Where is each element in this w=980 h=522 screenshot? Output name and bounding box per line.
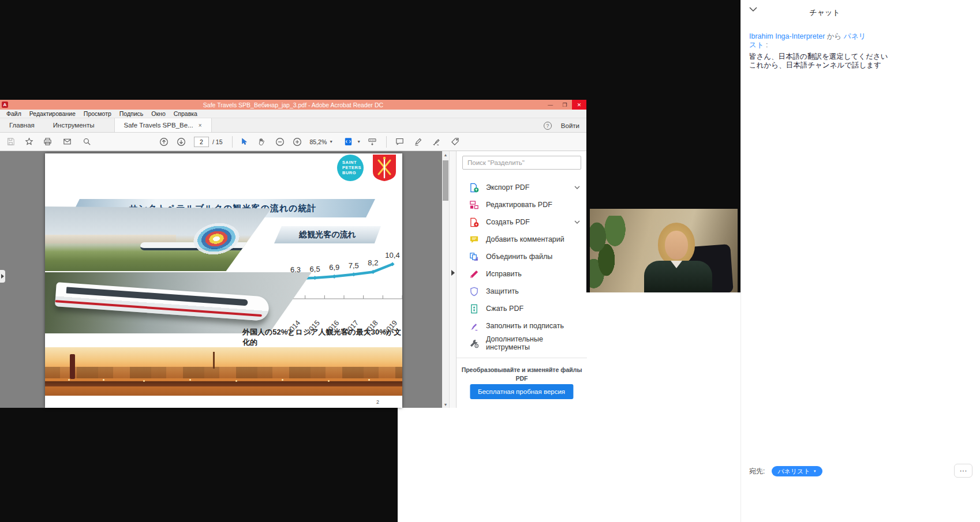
tab-home[interactable]: Главная	[0, 118, 44, 132]
compress-pdf-icon	[469, 304, 479, 314]
acrobat-titlebar[interactable]: A Safe Travels SPB_Вебинар_jap_3.pdf - A…	[0, 100, 586, 110]
find-button[interactable]	[80, 135, 93, 149]
page-number-input[interactable]	[194, 137, 209, 147]
tab-close-icon[interactable]: ×	[199, 122, 202, 129]
cursor-icon	[240, 137, 249, 147]
train-body	[55, 282, 270, 321]
next-page-button[interactable]	[174, 135, 188, 149]
toolbar: / 15 85,2% ▼ ▼	[0, 133, 586, 151]
search-icon	[82, 137, 92, 147]
menu-file[interactable]: Файл	[2, 110, 25, 117]
panel-item-add-comment[interactable]: Добавить комментарий	[457, 231, 587, 248]
ship-art-swirl	[178, 210, 255, 268]
pdf-page[interactable]: SAINTPETERSBURG サンクトペテルブルクの観光客の流れの統計 総観光…	[45, 153, 402, 408]
hand-tool-button[interactable]	[255, 135, 268, 149]
chat-more-button[interactable]: ···	[954, 464, 972, 478]
panel-collapse-strip[interactable]	[449, 151, 456, 408]
add-comment-icon	[469, 235, 479, 245]
desktop-background-bottom	[0, 408, 398, 522]
panel-item-fix[interactable]: Исправить	[457, 265, 587, 283]
sign-in-button[interactable]: Войти	[561, 122, 579, 129]
panel-item-more-tools[interactable]: Дополнительные инструменты	[457, 335, 587, 352]
collapse-panel-arrow-icon[interactable]	[451, 270, 455, 276]
menu-sign[interactable]: Подпись	[115, 110, 148, 117]
zoom-caret-icon[interactable]: ▼	[329, 140, 333, 144]
print-button[interactable]	[40, 135, 54, 149]
menu-edit[interactable]: Редактирование	[25, 110, 80, 117]
panel-item-protect[interactable]: Защитить	[457, 283, 587, 300]
saint-petersburg-logo: SAINTPETERSBURG	[337, 155, 364, 181]
protect-icon	[469, 287, 479, 296]
panel-item-compress-pdf[interactable]: Сжать PDF	[457, 300, 587, 317]
svg-text:6,5: 6,5	[310, 265, 320, 273]
combine-files-icon	[469, 252, 479, 262]
fill-sign-icon	[469, 321, 479, 331]
more-tools-icon	[469, 339, 479, 348]
minus-circle-icon	[275, 137, 285, 147]
print-icon	[43, 137, 53, 147]
scroll-up-icon[interactable]: ▲	[442, 151, 449, 158]
zoom-in-button[interactable]	[290, 135, 304, 149]
skyline-silhouette	[45, 367, 402, 378]
select-tool-button[interactable]	[237, 135, 251, 149]
previous-page-button[interactable]	[157, 135, 171, 149]
tools-search-input[interactable]	[462, 156, 581, 170]
panel-item-export-pdf[interactable]: Экспорт PDF	[457, 179, 587, 196]
comment-tool-button[interactable]	[392, 135, 406, 149]
maximize-button[interactable]: ❐	[558, 100, 572, 110]
fit-page-button[interactable]	[341, 135, 355, 149]
chevron-down-icon[interactable]	[574, 220, 580, 224]
free-trial-button[interactable]: Бесплатная пробная версия	[470, 384, 573, 399]
highlight-tool-button[interactable]	[411, 135, 425, 149]
speaker-face	[665, 231, 688, 260]
bridge	[45, 381, 402, 386]
zoom-out-button[interactable]	[273, 135, 287, 149]
chat-panel: チャット Ibrahim Inga-Interpreter から パネリ スト …	[740, 0, 980, 522]
stamp-tool-button[interactable]	[448, 135, 462, 149]
hand-icon	[256, 137, 266, 147]
tab-document-label: Safe Travels SPB_Be...	[124, 122, 193, 129]
scrolling-mode-icon	[367, 137, 377, 147]
svg-text:8,2: 8,2	[368, 258, 378, 267]
close-button[interactable]: ✕	[572, 100, 586, 110]
email-button[interactable]	[60, 135, 74, 149]
fit-page-caret-icon[interactable]: ▼	[357, 140, 361, 144]
plus-circle-icon	[292, 137, 302, 147]
city-crest-logo	[372, 153, 397, 182]
scrolling-mode-button[interactable]	[365, 135, 379, 149]
help-icon[interactable]: ?	[544, 122, 552, 130]
fix-icon	[469, 269, 479, 279]
panel-item-edit-pdf[interactable]: Редактировать PDF	[457, 196, 587, 213]
city-panorama-photo	[45, 347, 402, 396]
left-nav-tab[interactable]	[0, 270, 5, 283]
desktop-background-top	[0, 0, 740, 100]
zoom-level-value[interactable]: 85,2%	[310, 138, 327, 145]
panel-item-create-pdf[interactable]: Создать PDF	[457, 213, 587, 231]
panel-item-fill-sign[interactable]: Заполнить и подписать	[457, 317, 587, 335]
scrollbar-thumb[interactable]	[443, 160, 448, 201]
save-button[interactable]	[3, 135, 17, 149]
expand-nav-arrow-icon[interactable]	[1, 274, 4, 279]
chat-recipient-selector[interactable]: パネリスト▼	[772, 466, 822, 476]
menu-help[interactable]: Справка	[170, 110, 201, 117]
scroll-down-icon[interactable]: ▼	[442, 401, 449, 408]
pdf-page-number: 2	[376, 399, 379, 405]
star-button[interactable]	[22, 135, 36, 149]
chat-message-header: Ibrahim Inga-Interpreter から パネリ	[749, 32, 899, 41]
save-icon	[6, 137, 16, 147]
minimize-button[interactable]: —	[543, 100, 558, 110]
envelope-icon	[62, 137, 72, 147]
vertical-scrollbar[interactable]: ▲ ▼	[442, 151, 449, 408]
tab-tools[interactable]: Инструменты	[44, 118, 104, 132]
menu-window[interactable]: Окно	[147, 110, 169, 117]
chat-sender[interactable]: Ibrahim Inga-Interpreter	[749, 32, 825, 40]
chevron-down-icon[interactable]	[574, 186, 580, 190]
desktop: A Safe Travels SPB_Вебинар_jap_3.pdf - A…	[0, 0, 980, 522]
webcam-video[interactable]	[590, 209, 738, 292]
panel-item-combine-files[interactable]: Объединить файлы	[457, 248, 587, 265]
tab-document[interactable]: Safe Travels SPB_Be... ×	[114, 118, 212, 132]
sign-tool-button[interactable]	[429, 135, 443, 149]
chat-message-recipient: スト :	[749, 41, 899, 50]
chevron-down-icon[interactable]	[749, 7, 757, 12]
menu-view[interactable]: Просмотр	[80, 110, 115, 117]
